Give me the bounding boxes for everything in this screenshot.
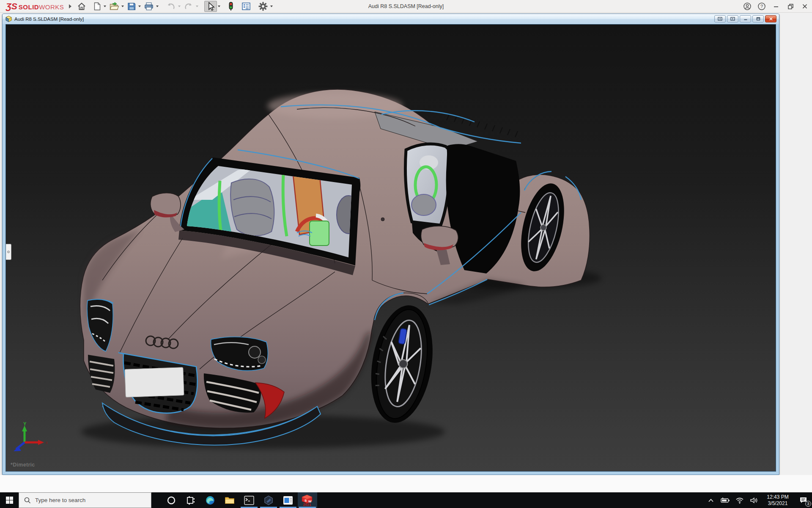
feature-panel-tab[interactable] bbox=[6, 244, 11, 260]
save-button[interactable] bbox=[126, 1, 137, 12]
doc-restore-button[interactable] bbox=[752, 15, 764, 22]
open-icon bbox=[109, 2, 119, 11]
app-background-strip bbox=[0, 475, 812, 492]
redo-button bbox=[182, 1, 195, 12]
save-dropdown[interactable] bbox=[138, 6, 141, 7]
redo-icon bbox=[184, 2, 194, 11]
select-button[interactable] bbox=[204, 1, 217, 12]
document-title: Audi R8 S.SLDASM [Read-only] bbox=[14, 17, 84, 22]
new-document-button[interactable] bbox=[92, 1, 103, 12]
properties-list-button[interactable] bbox=[240, 1, 252, 12]
graphics-viewport[interactable]: Y x *Dimetric bbox=[5, 24, 776, 472]
battery-icon bbox=[721, 497, 730, 503]
solidworks-app: ƷS SOLID WORKS bbox=[0, 0, 812, 508]
options-gear-icon bbox=[258, 1, 268, 11]
redo-dropdown bbox=[196, 6, 198, 7]
select-dropdown[interactable] bbox=[218, 6, 220, 7]
clock-date: 3/5/2021 bbox=[762, 500, 793, 507]
windows-logo-icon bbox=[6, 497, 13, 504]
select-cursor-icon bbox=[206, 1, 215, 11]
home-button[interactable] bbox=[76, 1, 88, 12]
edge-button[interactable] bbox=[200, 492, 220, 508]
undo-icon bbox=[166, 2, 176, 11]
tray-expand-button[interactable] bbox=[704, 492, 718, 508]
help-button[interactable]: ? bbox=[754, 0, 769, 13]
volume-status[interactable] bbox=[747, 492, 761, 508]
cortana-button[interactable] bbox=[162, 492, 181, 508]
hexagon-app-button[interactable] bbox=[259, 492, 278, 508]
search-icon bbox=[24, 497, 31, 504]
speaker-icon bbox=[750, 497, 758, 504]
wifi-status[interactable] bbox=[732, 492, 747, 508]
triad-y-label: Y bbox=[23, 421, 27, 426]
wifi-icon bbox=[735, 497, 744, 504]
properties-list-icon bbox=[241, 2, 251, 11]
solidworks-year-label: 2021 bbox=[303, 502, 311, 506]
print-button[interactable] bbox=[143, 1, 155, 12]
restore-button[interactable] bbox=[783, 0, 798, 13]
chevron-up-icon bbox=[708, 498, 714, 502]
left-air-intake bbox=[88, 355, 115, 393]
account-button[interactable] bbox=[740, 0, 754, 13]
command-prompt-icon bbox=[244, 496, 254, 505]
quick-access-toolbar bbox=[76, 0, 274, 13]
notification-count-badge: 3 bbox=[805, 501, 811, 507]
action-center-button[interactable]: 3 bbox=[794, 492, 812, 508]
car-model-3d-view[interactable] bbox=[6, 25, 776, 472]
start-button[interactable] bbox=[0, 492, 19, 508]
new-document-dropdown[interactable] bbox=[104, 6, 106, 7]
undo-dropdown bbox=[178, 6, 181, 7]
task-view-icon bbox=[186, 496, 195, 505]
file-explorer-button[interactable] bbox=[220, 492, 239, 508]
doc-close-button[interactable] bbox=[765, 15, 776, 22]
print-icon bbox=[144, 2, 154, 11]
assembly-document-icon bbox=[5, 16, 12, 22]
new-document-icon bbox=[93, 2, 102, 11]
svg-text:S: S bbox=[304, 499, 307, 502]
solidworks-taskbar-button[interactable]: S W 2021 bbox=[298, 492, 317, 508]
document-title-bar[interactable]: Audi R8 S.SLDASM [Read-only] bbox=[3, 14, 779, 24]
taskbar-search[interactable] bbox=[19, 492, 151, 508]
app-title-bar: ƷS SOLID WORKS bbox=[0, 0, 812, 13]
file-explorer-icon bbox=[225, 496, 235, 505]
options-button[interactable] bbox=[257, 1, 269, 12]
system-tray: 12:43 PM 3/5/2021 3 bbox=[704, 492, 812, 508]
triad-x-label: x bbox=[46, 440, 48, 445]
account-icon bbox=[743, 2, 752, 11]
search-input[interactable] bbox=[35, 497, 141, 503]
save-icon bbox=[127, 2, 136, 11]
app-window-controls: ? bbox=[740, 0, 812, 13]
command-prompt-button[interactable] bbox=[239, 492, 259, 508]
options-dropdown[interactable] bbox=[270, 6, 273, 7]
restore-icon bbox=[787, 3, 794, 10]
minimize-button[interactable] bbox=[769, 0, 783, 13]
media-app-icon bbox=[283, 496, 293, 505]
doc-minimize-button[interactable] bbox=[740, 15, 751, 22]
taskbar-clock[interactable]: 12:43 PM 3/5/2021 bbox=[761, 494, 794, 507]
pane-left-button[interactable] bbox=[714, 15, 726, 22]
home-icon bbox=[77, 2, 86, 11]
open-button[interactable] bbox=[108, 1, 121, 12]
solidworks-logo-glyph: ƷS bbox=[6, 2, 17, 11]
close-button[interactable] bbox=[798, 0, 812, 13]
open-dropdown[interactable] bbox=[121, 6, 124, 7]
license-plate bbox=[125, 367, 184, 398]
battery-status[interactable] bbox=[718, 492, 732, 508]
media-app-button[interactable] bbox=[278, 492, 298, 508]
solidworks-logo: ƷS SOLID WORKS bbox=[6, 2, 64, 11]
panel-tab-dot-icon bbox=[7, 251, 10, 253]
menu-expand-arrow-icon[interactable] bbox=[69, 4, 71, 8]
svg-text:?: ? bbox=[760, 4, 763, 9]
cortana-icon bbox=[167, 496, 176, 505]
print-dropdown[interactable] bbox=[156, 6, 159, 7]
document-window: Audi R8 S.SLDASM [Read-only] bbox=[2, 14, 779, 475]
pane-right-button[interactable] bbox=[727, 15, 738, 22]
orientation-triad: Y x bbox=[12, 420, 50, 454]
clock-time: 12:43 PM bbox=[762, 494, 793, 500]
door-handle bbox=[381, 218, 384, 221]
task-view-button[interactable] bbox=[181, 492, 200, 508]
windows-taskbar: S W 2021 bbox=[0, 492, 812, 508]
undo-button bbox=[165, 1, 177, 12]
traffic-light-button[interactable] bbox=[226, 1, 236, 12]
view-orientation-label: *Dimetric bbox=[11, 462, 35, 468]
